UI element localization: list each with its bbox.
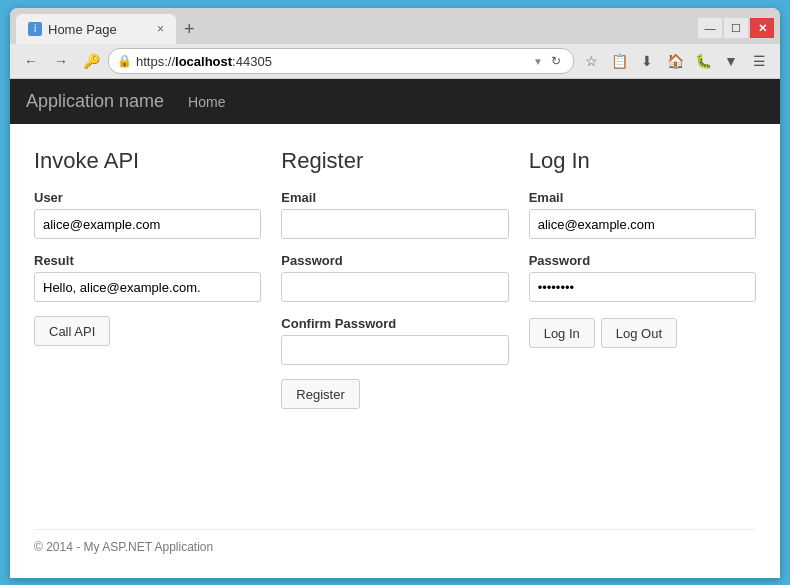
login-button[interactable]: Log In xyxy=(529,318,595,348)
active-tab[interactable]: i Home Page × xyxy=(16,14,176,44)
tab-close-button[interactable]: × xyxy=(157,22,164,36)
refresh-button[interactable]: ↻ xyxy=(547,52,565,70)
user-input[interactable] xyxy=(34,209,261,239)
login-email-label: Email xyxy=(529,190,756,205)
app-navbar: Application name Home xyxy=(10,79,780,124)
tab-bar: i Home Page × + xyxy=(10,8,780,44)
login-password-input[interactable] xyxy=(529,272,756,302)
result-label: Result xyxy=(34,253,261,268)
register-email-input[interactable] xyxy=(281,209,508,239)
forward-button[interactable]: → xyxy=(48,48,74,74)
download-button[interactable]: ⬇ xyxy=(634,48,660,74)
window-close-button[interactable]: ✕ xyxy=(750,18,774,38)
user-label: User xyxy=(34,190,261,205)
new-tab-button[interactable]: + xyxy=(176,14,203,44)
extension-button[interactable]: 🐛 xyxy=(690,48,716,74)
key-icon: 🔑 xyxy=(78,48,104,74)
nav-bar: ← → 🔑 🔒 https://localhost:44305 ▼ ↻ ☆ 📋 … xyxy=(10,44,780,79)
footer: © 2014 - My ASP.NET Application xyxy=(34,529,756,554)
columns-container: Invoke API User Result Call API Register… xyxy=(34,148,756,519)
invoke-api-title: Invoke API xyxy=(34,148,261,174)
window-minimize-button[interactable]: — xyxy=(698,18,722,38)
main-content: Invoke API User Result Call API Register… xyxy=(10,124,780,578)
nav-dropdown-button[interactable]: ▼ xyxy=(718,48,744,74)
address-text: https://localhost:44305 xyxy=(136,54,529,69)
register-column: Register Email Password Confirm Password… xyxy=(281,148,528,519)
register-password-label: Password xyxy=(281,253,508,268)
lock-icon: 🔒 xyxy=(117,54,132,68)
clipboard-button[interactable]: 📋 xyxy=(606,48,632,74)
register-confirm-input[interactable] xyxy=(281,335,508,365)
home-button[interactable]: 🏠 xyxy=(662,48,688,74)
tab-title: Home Page xyxy=(48,22,117,37)
call-api-button[interactable]: Call API xyxy=(34,316,110,346)
footer-text: © 2014 - My ASP.NET Application xyxy=(34,540,213,554)
app-name: Application name xyxy=(26,91,164,112)
window-maximize-button[interactable]: ☐ xyxy=(724,18,748,38)
menu-button[interactable]: ☰ xyxy=(746,48,772,74)
login-column: Log In Email Password Log In Log Out xyxy=(529,148,756,519)
login-btn-row: Log In Log Out xyxy=(529,318,756,348)
address-bar[interactable]: 🔒 https://localhost:44305 ▼ ↻ xyxy=(108,48,574,74)
register-confirm-label: Confirm Password xyxy=(281,316,508,331)
invoke-api-column: Invoke API User Result Call API xyxy=(34,148,281,519)
tab-favicon-icon: i xyxy=(28,22,42,36)
login-title: Log In xyxy=(529,148,756,174)
register-button[interactable]: Register xyxy=(281,379,359,409)
login-password-label: Password xyxy=(529,253,756,268)
browser-nav-icons: ☆ 📋 ⬇ 🏠 🐛 ▼ ☰ xyxy=(578,48,772,74)
login-email-input[interactable] xyxy=(529,209,756,239)
register-title: Register xyxy=(281,148,508,174)
back-button[interactable]: ← xyxy=(18,48,44,74)
logout-button[interactable]: Log Out xyxy=(601,318,677,348)
dropdown-arrow-icon: ▼ xyxy=(533,56,543,67)
home-nav-link[interactable]: Home xyxy=(188,94,225,110)
result-input[interactable] xyxy=(34,272,261,302)
register-email-label: Email xyxy=(281,190,508,205)
register-password-input[interactable] xyxy=(281,272,508,302)
bookmark-star-button[interactable]: ☆ xyxy=(578,48,604,74)
